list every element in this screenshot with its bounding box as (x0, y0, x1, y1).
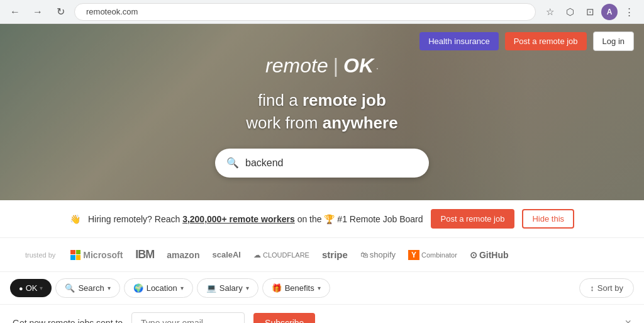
hero-search-bar[interactable]: 🔍 (215, 149, 429, 178)
microsoft-logo: Microsoft (70, 250, 123, 260)
extension-button[interactable]: ⬡ (561, 3, 579, 21)
health-insurance-button[interactable]: Health insurance (419, 32, 499, 50)
salary-filter-button[interactable]: 💻 Salary ▾ (197, 278, 258, 298)
hero-search-input[interactable] (245, 157, 418, 169)
banner-emoji: 👋 (70, 214, 80, 224)
filter-bar: ● OK ▾ 🔍 Search ▾ 🌍 Location ▾ 💻 Salary … (0, 271, 644, 304)
browser-actions: ☆ ⬡ ⊡ A ⋮ (541, 3, 638, 21)
hero-nav: Health insurance Post a remote job Log i… (419, 31, 634, 51)
trusted-logos: Microsoft IBM amazon scaleAI ☁CLOUDFLARE… (70, 248, 508, 261)
star-button[interactable]: ☆ (541, 3, 558, 21)
benefits-filter-label: Benefits (285, 283, 314, 293)
search-filter-label: Search (78, 283, 104, 293)
address-bar[interactable]: remoteok.com (74, 3, 536, 21)
banner-post-button[interactable]: Post a remote job (431, 209, 515, 229)
sort-icon: ↕ (590, 283, 594, 293)
profile-button[interactable]: ⊡ (581, 3, 599, 21)
refresh-button[interactable]: ↻ (52, 3, 69, 21)
salary-filter-icon: 💻 (206, 283, 216, 293)
location-filter-button[interactable]: 🌍 Location ▾ (124, 278, 193, 298)
close-email-button[interactable]: × (625, 317, 631, 324)
benefits-filter-button[interactable]: 🎁 Benefits ▾ (262, 278, 330, 298)
trusted-label: trusted by (25, 251, 55, 259)
logo-remote: remote (265, 54, 328, 77)
benefits-chevron-icon: ▾ (318, 285, 321, 292)
ok-logo-icon: ● (19, 285, 23, 292)
post-remote-job-button[interactable]: Post a remote job (505, 32, 587, 50)
hero-tagline: find a remote job work from anywhere (246, 89, 397, 135)
amazon-logo: amazon (167, 250, 199, 260)
menu-button[interactable]: ⋮ (620, 3, 638, 21)
location-filter-label: Location (147, 283, 177, 293)
shopify-logo: 🛍shopify (360, 250, 396, 259)
ycombinator-logo: Y Combinator (408, 250, 457, 260)
github-logo: ⊙GitHub (470, 250, 509, 260)
search-icon: 🔍 (226, 157, 239, 169)
browser-chrome: ← → ↻ remoteok.com ☆ ⬡ ⊡ A ⋮ (0, 0, 644, 24)
search-filter-button[interactable]: 🔍 Search ▾ (55, 278, 119, 298)
sort-label: Sort by (597, 283, 623, 293)
ibm-logo: IBM (135, 248, 154, 261)
tagline-line2: work from anywhere (246, 111, 397, 134)
site-logo: remote | OK . (265, 54, 379, 77)
email-bar: Get new remote jobs sent to Subscribe × (0, 304, 644, 323)
salary-chevron-icon: ▾ (246, 285, 249, 292)
logo-suffix: . (376, 61, 379, 71)
location-filter-icon: 🌍 (133, 283, 143, 293)
email-bar-text: Get new remote jobs sent to (13, 318, 123, 323)
search-filter-icon: 🔍 (65, 283, 75, 293)
ok-logo-label: OK (26, 283, 38, 293)
logo-ok: OK (343, 54, 374, 77)
subscribe-button[interactable]: Subscribe (253, 313, 315, 323)
logo-pipe: | (333, 54, 338, 77)
search-bar-container: 🔍 (215, 149, 429, 178)
banner-text: Hiring remotely? Reach 3,200,000+ remote… (88, 214, 423, 224)
url-text: remoteok.com (86, 7, 138, 16)
location-chevron-icon: ▾ (180, 285, 184, 292)
ok-chevron-icon: ▾ (40, 285, 43, 292)
back-button[interactable]: ← (6, 3, 24, 21)
sort-by-button[interactable]: ↕ Sort by (579, 278, 634, 298)
search-chevron-icon: ▾ (108, 285, 111, 292)
salary-filter-label: Salary (219, 283, 243, 293)
tagline-line1: find a remote job (246, 89, 397, 111)
trusted-by-section: trusted by Microsoft IBM amazon scaleAI … (0, 237, 644, 271)
avatar-button[interactable]: A (601, 4, 618, 20)
forward-button[interactable]: → (29, 3, 47, 21)
cloudflare-logo: ☁CLOUDFLARE (253, 251, 309, 259)
email-input[interactable] (131, 312, 245, 323)
benefits-filter-icon: 🎁 (272, 283, 282, 293)
hero-section: Health insurance Post a remote job Log i… (0, 24, 644, 200)
microsoft-grid-icon (70, 250, 80, 260)
ok-filter-button[interactable]: ● OK ▾ (10, 279, 52, 297)
hiring-banner: 👋 Hiring remotely? Reach 3,200,000+ remo… (0, 200, 644, 237)
banner-hide-button[interactable]: Hide this (522, 209, 574, 229)
login-button[interactable]: Log in (593, 31, 634, 51)
stripe-logo: stripe (322, 249, 348, 260)
scaleai-logo: scaleAI (212, 250, 241, 259)
banner-link[interactable]: 3,200,000+ remote workers (182, 214, 295, 224)
